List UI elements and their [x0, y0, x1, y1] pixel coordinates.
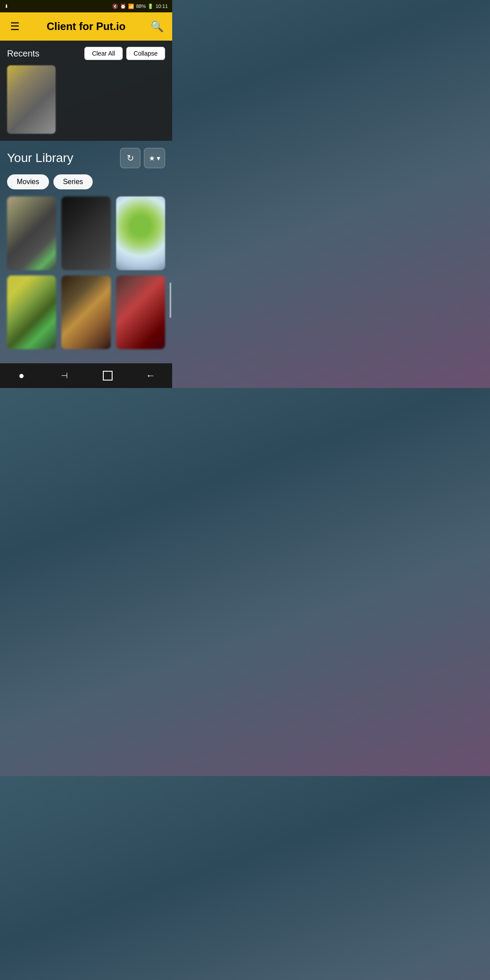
clock: 10:11: [155, 4, 168, 9]
movie-card[interactable]: [7, 275, 56, 349]
recents-section: Recents Clear All Collapse: [0, 41, 172, 141]
status-bar: ⬇ 🔇 ⏰ 📶 88% 🔋 10:11: [0, 0, 172, 12]
home-icon: ●: [19, 370, 24, 381]
back-icon: ←: [146, 370, 155, 381]
scroll-indicator: [170, 283, 171, 318]
filter-movies[interactable]: Movies: [7, 174, 49, 189]
movie-card[interactable]: [61, 196, 110, 270]
search-button[interactable]: 🔍: [149, 20, 165, 33]
alarm-icon: ⏰: [120, 4, 126, 9]
signal-icon: 📶: [128, 4, 134, 9]
library-title: Your Library: [7, 151, 73, 165]
recents-header: Recents Clear All Collapse: [7, 47, 165, 60]
status-right: 🔇 ⏰ 📶 88% 🔋 10:11: [112, 4, 168, 9]
recent-thumbnail[interactable]: [7, 65, 56, 134]
movie-card[interactable]: [61, 275, 110, 349]
nav-home[interactable]: ●: [11, 365, 32, 386]
movie-grid: [7, 196, 165, 349]
app-header: ☰ Client for Put.io 🔍: [0, 12, 172, 41]
collapse-button[interactable]: Collapse: [126, 47, 165, 60]
movie-card[interactable]: [116, 275, 165, 349]
refresh-button[interactable]: ↻: [120, 148, 140, 168]
recents-actions: Clear All Collapse: [84, 47, 165, 60]
library-controls: ↻ ★ ▾: [120, 148, 165, 168]
library-header: Your Library ↻ ★ ▾: [7, 148, 165, 168]
app-title: Client for Put.io: [23, 20, 149, 33]
clear-all-button[interactable]: Clear All: [84, 47, 122, 60]
overview-icon: [103, 371, 113, 381]
nav-bar: ● ⊣ ←: [0, 363, 172, 388]
battery-percent: 88%: [136, 4, 146, 9]
filter-pills: Movies Series: [7, 174, 165, 189]
nav-back[interactable]: ←: [140, 365, 161, 386]
chevron-down-icon: ▾: [157, 154, 160, 162]
filter-series[interactable]: Series: [53, 174, 93, 189]
mute-icon: 🔇: [112, 4, 118, 9]
nav-overview[interactable]: [97, 365, 118, 386]
library-section: Your Library ↻ ★ ▾ Movies Series: [0, 141, 172, 356]
recents-title: Recents: [7, 49, 39, 59]
filter-sort-button[interactable]: ★ ▾: [144, 148, 165, 168]
recents-nav-icon: ⊣: [61, 371, 68, 381]
recents-content: [7, 65, 165, 134]
movie-card[interactable]: [116, 196, 165, 270]
nav-recents[interactable]: ⊣: [54, 365, 75, 386]
star-icon: ★: [149, 154, 155, 162]
refresh-icon: ↻: [127, 153, 134, 163]
status-left: ⬇: [4, 4, 8, 9]
movie-card[interactable]: [7, 196, 56, 270]
download-icon: ⬇: [4, 4, 8, 9]
menu-button[interactable]: ☰: [7, 20, 23, 33]
battery-icon: 🔋: [147, 4, 154, 9]
